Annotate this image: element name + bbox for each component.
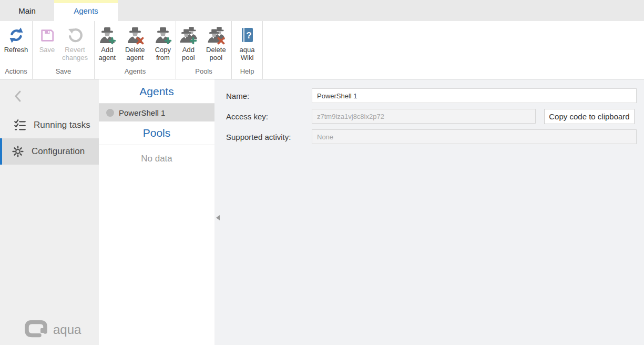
agent-copy-icon bbox=[153, 26, 173, 45]
access-key-input bbox=[312, 109, 536, 124]
ribbon-button-label: aqua Wiki bbox=[233, 46, 261, 62]
tab-main-label: Main bbox=[18, 6, 36, 15]
ribbon-group-save: Save Revert changes Save bbox=[33, 21, 95, 79]
agent-list-item-powershell-1[interactable]: PowerShell 1 bbox=[99, 104, 214, 121]
supported-activity-input bbox=[312, 129, 637, 144]
ribbon-button-label: Refresh bbox=[4, 46, 28, 54]
refresh-icon bbox=[6, 26, 26, 45]
pools-empty-text: No data bbox=[99, 154, 214, 164]
agent-plus-icon bbox=[97, 26, 117, 45]
pool-delete-icon bbox=[206, 26, 226, 45]
agent-name: PowerShell 1 bbox=[119, 108, 165, 117]
aqua-logo-text: aqua bbox=[53, 322, 81, 337]
save-button: Save bbox=[36, 24, 59, 54]
access-key-row: Access key: Copy code to clipboard bbox=[226, 109, 644, 124]
tab-bar: Main Agents bbox=[0, 0, 644, 21]
name-input[interactable] bbox=[312, 88, 637, 103]
sidebar-nav: Running tasks Configuration bbox=[0, 112, 99, 165]
active-tab-highlight bbox=[54, 0, 118, 3]
name-label: Name: bbox=[226, 92, 312, 100]
ribbon-button-label: Save bbox=[39, 46, 55, 54]
agents-list-header: Agents bbox=[99, 79, 214, 104]
ribbon-group-help: ? aqua Wiki Help bbox=[232, 21, 263, 79]
main-content: Running tasks Configuration bbox=[0, 79, 644, 345]
sidebar-item-running-tasks[interactable]: Running tasks bbox=[0, 112, 99, 138]
ribbon-button-label: Delete agent bbox=[121, 46, 149, 62]
refresh-button[interactable]: Refresh bbox=[3, 24, 30, 54]
ribbon-group-pools: Add pool Delete pool Pools bbox=[176, 21, 232, 79]
ribbon-group-agents: Add agent Delete agent Copy from Agents bbox=[95, 21, 176, 79]
ribbon-group-label: Help bbox=[232, 65, 262, 79]
save-icon bbox=[37, 26, 57, 45]
pool-plus-icon bbox=[178, 26, 198, 45]
add-agent-button[interactable]: Add agent bbox=[95, 24, 120, 62]
supported-activity-row: Supported activity: bbox=[226, 129, 644, 144]
aqua-brand: aqua bbox=[24, 320, 81, 340]
access-key-label: Access key: bbox=[226, 112, 312, 121]
agent-status-dot bbox=[106, 109, 114, 117]
agent-details-panel: Name: Access key: Copy code to clipboard… bbox=[214, 79, 644, 345]
svg-text:?: ? bbox=[246, 31, 251, 40]
panel-collapse-arrow-icon[interactable] bbox=[216, 215, 220, 220]
copy-code-to-clipboard-button[interactable]: Copy code to clipboard bbox=[544, 109, 635, 124]
ribbon: Refresh Actions Save bbox=[0, 21, 644, 79]
gear-icon bbox=[12, 145, 24, 158]
ribbon-group-label: Agents bbox=[95, 65, 176, 79]
ribbon-button-label: Revert changes bbox=[60, 46, 90, 62]
tab-agents-label: Agents bbox=[74, 6, 98, 15]
ribbon-group-label: Pools bbox=[176, 65, 231, 79]
ribbon-group-actions: Refresh Actions bbox=[0, 21, 33, 79]
revert-icon bbox=[65, 26, 85, 45]
tab-main[interactable]: Main bbox=[0, 0, 54, 21]
aqua-wiki-button[interactable]: ? aqua Wiki bbox=[232, 24, 262, 62]
aqua-logo-icon bbox=[24, 320, 48, 340]
pools-list-header: Pools bbox=[99, 121, 214, 145]
sidebar: Running tasks Configuration bbox=[0, 79, 99, 345]
sidebar-collapse-button[interactable] bbox=[12, 89, 24, 104]
sidebar-item-label: Running tasks bbox=[34, 120, 90, 130]
ribbon-button-label: Copy from bbox=[152, 46, 174, 62]
ribbon-button-label: Add agent bbox=[96, 46, 118, 62]
name-row: Name: bbox=[226, 88, 644, 103]
add-pool-button[interactable]: Add pool bbox=[176, 24, 201, 62]
supported-activity-label: Supported activity: bbox=[226, 133, 312, 141]
sidebar-item-label: Configuration bbox=[32, 146, 85, 157]
delete-agent-button[interactable]: Delete agent bbox=[120, 24, 150, 62]
tab-agents[interactable]: Agents bbox=[54, 0, 118, 21]
ribbon-button-label: Add pool bbox=[178, 46, 199, 62]
revert-changes-button: Revert changes bbox=[59, 24, 91, 62]
sidebar-item-configuration[interactable]: Configuration bbox=[0, 138, 99, 165]
copy-from-button[interactable]: Copy from bbox=[150, 24, 176, 62]
wiki-book-icon: ? bbox=[237, 26, 257, 45]
checklist-icon bbox=[14, 119, 26, 131]
agents-pools-panel: Agents PowerShell 1 Pools No data bbox=[99, 79, 214, 345]
ribbon-group-label: Save bbox=[33, 65, 94, 79]
agent-delete-icon bbox=[125, 26, 145, 45]
delete-pool-button[interactable]: Delete pool bbox=[201, 24, 231, 62]
chevron-left-icon bbox=[12, 96, 24, 105]
ribbon-button-label: Delete pool bbox=[202, 46, 230, 62]
ribbon-group-label: Actions bbox=[0, 65, 32, 79]
